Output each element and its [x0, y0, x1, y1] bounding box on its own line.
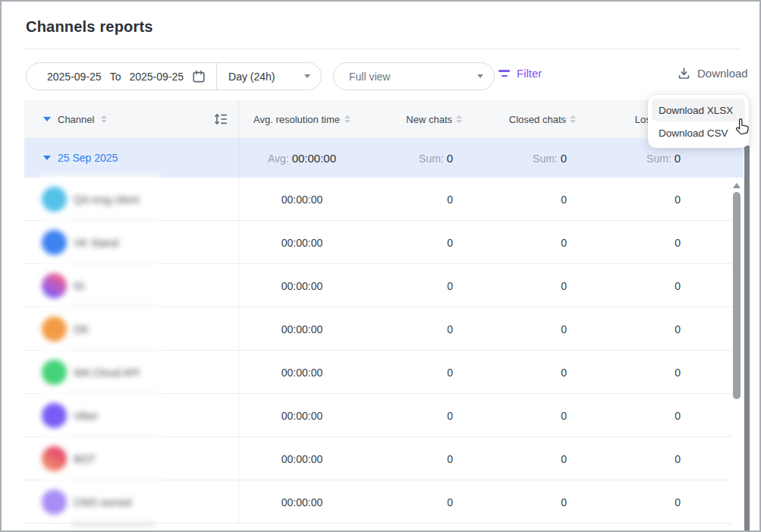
filter-icon: [498, 70, 510, 77]
scrollbar-up-arrow[interactable]: [733, 183, 741, 188]
avg-resolution-value: 00:00:00: [238, 453, 366, 465]
sum-value: 0: [447, 152, 453, 165]
sort-icon[interactable]: [344, 115, 351, 124]
sort-icon[interactable]: [456, 115, 462, 124]
channel-name: Viber: [74, 410, 98, 422]
channel-avatar: [42, 187, 67, 212]
menu-item-download-csv[interactable]: Download CSV: [652, 121, 745, 144]
channel-cell-blurred[interactable]: VK Stand: [42, 225, 159, 260]
avg-label: Avg:: [268, 153, 289, 165]
column-label: Avg. resolution time: [253, 114, 340, 125]
sum-label: Sum:: [419, 153, 444, 165]
table-row[interactable]: IG 00:00:00 0 0 0: [24, 264, 744, 307]
table-row[interactable]: BOT 00:00:00 0 0 0: [24, 437, 744, 480]
new-chats-value: 0: [366, 280, 468, 292]
table-row[interactable]: OK 00:00:00 0 0 0: [24, 307, 744, 351]
column-header-avg-resolution[interactable]: Avg. resolution time: [238, 114, 366, 125]
table-scrollbar-thumb[interactable]: [733, 192, 741, 399]
channel-cell-blurred[interactable]: OK: [42, 312, 159, 347]
download-button[interactable]: Download: [678, 67, 748, 80]
new-chats-value: 0: [366, 453, 468, 465]
closed-chats-value: 0: [468, 410, 582, 422]
period-select[interactable]: Day (24h): [217, 63, 321, 90]
menu-item-download-xlsx[interactable]: Download XLSX: [652, 99, 745, 121]
lost-chats-value: 0: [582, 367, 696, 379]
column-header-closed-chats[interactable]: Closed chats: [468, 114, 582, 125]
date-group-summary-row[interactable]: 25 Sep 2025 Avg: 00:00:00 Sum: 0 Sum: 0 …: [24, 138, 744, 178]
table-row[interactable]: VK Stand 00:00:00 0 0 0: [24, 221, 744, 264]
channel-cell-blurred[interactable]: Viber: [42, 398, 159, 433]
toolbar-divider: [24, 49, 741, 49]
new-chats-value: 0: [366, 237, 468, 249]
page-title: Channels reports: [26, 18, 153, 36]
avg-resolution-value: 00:00:00: [238, 496, 366, 508]
channel-cell-blurred[interactable]: BOT: [42, 442, 159, 477]
closed-chats-value: 0: [468, 194, 582, 206]
channel-name: VK Stand: [74, 237, 118, 249]
table-header-row: Channel Avg. resolution time New chats C…: [24, 100, 744, 138]
channel-avatar: [42, 446, 67, 471]
view-select[interactable]: Full view: [333, 62, 495, 90]
group-date[interactable]: 25 Sep 2025: [58, 152, 118, 164]
view-value: Full view: [349, 71, 390, 83]
date-to[interactable]: 2025-09-25: [129, 71, 184, 83]
lost-chats-value: 0: [582, 194, 696, 206]
date-from[interactable]: 2025-09-25: [47, 71, 102, 83]
lost-chats-value: 0: [582, 323, 696, 335]
download-label: Download: [697, 67, 748, 80]
lost-chats-value: 0: [582, 410, 696, 422]
closed-chats-value: 0: [468, 237, 582, 249]
lost-chats-value: 0: [582, 237, 696, 249]
column-label: Channel: [58, 114, 94, 125]
filter-button[interactable]: Filter: [498, 67, 542, 80]
avg-resolution-value: 00:00:00: [238, 194, 366, 206]
channel-name: IG: [74, 280, 85, 292]
avg-resolution-value: 00:00:00: [238, 410, 366, 422]
sum-label: Sum:: [533, 153, 558, 165]
new-chats-value: 0: [366, 194, 468, 206]
filter-label: Filter: [517, 67, 542, 80]
channel-name: BOT: [74, 453, 96, 465]
table-row[interactable]: CMS owned 00:00:00 0 0 0: [24, 480, 744, 524]
table-row[interactable]: Viber 00:00:00 0 0 0: [24, 394, 744, 437]
table-row[interactable]: QA msg client 00:00:00 0 0 0: [24, 178, 744, 221]
channel-avatar: [42, 490, 67, 515]
channel-cell-blurred[interactable]: WA Cloud API: [42, 355, 159, 390]
column-header-channel[interactable]: Channel: [24, 113, 238, 125]
download-menu: Download XLSX Download CSV: [648, 95, 749, 148]
page-scrollbar-thumb[interactable]: [744, 146, 750, 530]
sum-value: 0: [675, 152, 681, 165]
closed-chats-value: 0: [468, 323, 582, 335]
column-label: Closed chats: [509, 114, 566, 125]
column-label: New chats: [406, 114, 452, 125]
column-header-new-chats[interactable]: New chats: [366, 114, 468, 125]
table-row[interactable]: WA Cloud API 00:00:00 0 0 0: [24, 351, 744, 394]
channel-cell-blurred[interactable]: CMS owned: [42, 485, 159, 520]
closed-chats-value: 0: [468, 367, 582, 379]
download-icon: [678, 67, 690, 80]
calendar-icon[interactable]: [192, 70, 206, 83]
channel-cell-blurred[interactable]: IG: [42, 269, 159, 304]
date-to-label: To: [110, 71, 121, 83]
avg-resolution-value: 00:00:00: [238, 323, 366, 335]
new-chats-value: 0: [366, 410, 468, 422]
lost-chats-value: 0: [582, 453, 696, 465]
table-body: QA msg client 00:00:00 0 0 0 VK Stand 00…: [24, 178, 744, 524]
sort-icon[interactable]: [101, 115, 107, 124]
lost-chats-value: 0: [582, 280, 696, 292]
channel-name: QA msg client: [74, 194, 139, 206]
sort-icon[interactable]: [570, 115, 576, 124]
channel-cell-blurred[interactable]: QA msg client: [42, 182, 159, 217]
period-value: Day (24h): [228, 71, 275, 83]
row-height-icon[interactable]: [214, 113, 228, 125]
new-chats-value: 0: [366, 496, 468, 508]
channel-avatar: [42, 316, 67, 342]
channel-name: CMS owned: [74, 496, 131, 508]
collapse-all-icon[interactable]: [43, 117, 51, 121]
closed-chats-value: 0: [468, 453, 582, 465]
date-period-control: 2025-09-25 To 2025-09-25 Day (24h): [26, 62, 322, 90]
sum-value: 0: [561, 152, 567, 165]
collapse-group-icon[interactable]: [43, 156, 51, 160]
date-range-picker[interactable]: 2025-09-25 To 2025-09-25: [27, 63, 216, 90]
chevron-down-icon: [304, 74, 310, 78]
